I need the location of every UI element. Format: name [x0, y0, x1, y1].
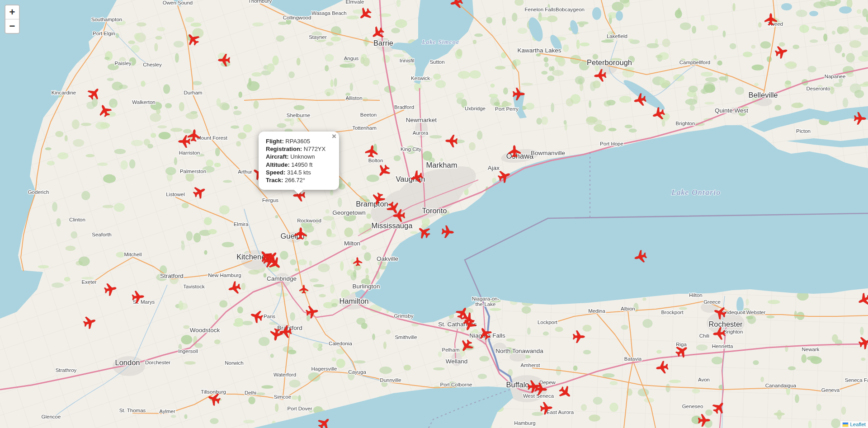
city-label: North Tonawanda — [495, 348, 543, 354]
popup-field-label: Registration: — [266, 146, 302, 152]
city-label: Keswick — [411, 75, 430, 81]
city-label: London — [115, 358, 140, 367]
city-label: Campbellford — [679, 60, 710, 65]
city-label: Uxbridge — [465, 106, 486, 111]
water-label: Lake Ontario — [671, 188, 721, 197]
city-label: Arthur — [238, 169, 252, 174]
city-label: Innisfil — [400, 58, 415, 63]
city-label: Riga — [676, 342, 687, 347]
city-label: Greece — [703, 299, 721, 305]
city-label: Elmira — [234, 221, 249, 227]
city-label: Lockport — [538, 320, 558, 325]
city-label: Angus — [344, 56, 359, 61]
city-label: Bobcaygeon — [556, 7, 585, 12]
popup-field-label: Speed: — [266, 169, 285, 176]
city-label: Listowel — [166, 192, 185, 197]
city-label: Ingersoll — [178, 348, 198, 354]
city-label: East Aurora — [547, 409, 574, 415]
city-label: Owen Sound — [163, 0, 193, 5]
popup-field-value: 314.5 kts — [285, 169, 311, 176]
city-label: Strathroy — [56, 367, 77, 373]
city-label: Medina — [588, 308, 605, 314]
city-label: Buffalo — [506, 381, 529, 389]
city-label: Albion — [621, 306, 635, 311]
city-label: Bradford — [394, 104, 414, 110]
city-label: Aurora — [413, 130, 429, 136]
city-label: Aylmer — [159, 409, 175, 414]
city-label: Niagara-on-the-Lake — [472, 296, 500, 307]
popup-field-value: 14950 ft — [290, 161, 313, 168]
popup-field-label: Flight: — [266, 138, 284, 145]
city-label: Mitchell — [124, 252, 142, 257]
city-label: Dunnville — [380, 377, 401, 383]
city-label: Georgetown — [332, 209, 366, 216]
city-label: Belleville — [748, 91, 778, 99]
city-label: Port Hope — [600, 141, 623, 146]
water-label: Lake Simcoe — [422, 38, 460, 45]
leaflet-attribution-link[interactable]: Leaflet — [850, 422, 866, 427]
city-label: Webster — [746, 310, 766, 315]
city-label: Henrietta — [712, 343, 733, 349]
city-label: Brighton — [724, 329, 743, 334]
city-label: Quinte West — [715, 107, 748, 114]
city-label: Fenelon Falls — [524, 7, 556, 12]
city-label: Toronto — [422, 207, 447, 215]
city-label: Norwich — [225, 360, 244, 366]
city-label: Palmerston — [180, 169, 206, 174]
city-label: Barrie — [373, 39, 393, 47]
map-canvas[interactable]: BarrieTorontoVaughanMarkhamBramptonMissi… — [0, 0, 868, 428]
city-label: Rochester — [708, 320, 743, 328]
city-label: Markham — [426, 161, 458, 169]
city-label: Glencoe — [42, 414, 61, 419]
city-label: Harriston — [179, 150, 200, 155]
city-label: Waterford — [274, 372, 296, 377]
city-label: King City — [401, 146, 421, 152]
city-label: Port Colborne — [440, 382, 472, 387]
city-label: Exeter — [81, 279, 96, 285]
city-label: Collingwood — [283, 15, 311, 20]
popup-field: Registration: N772YX — [266, 145, 330, 153]
city-label: Geneva — [821, 387, 840, 393]
city-label: Peterborough — [587, 58, 632, 66]
city-label: Seaforth — [92, 232, 111, 237]
popup-field: Speed: 314.5 kts — [266, 169, 330, 176]
city-label: Ajax — [488, 165, 500, 171]
city-label: Seneca Falls — [845, 377, 868, 383]
city-label: Newark — [802, 347, 820, 352]
city-label: Stratford — [160, 273, 184, 279]
city-label: Dorchester — [145, 360, 170, 365]
city-label: Brighton — [676, 121, 695, 126]
city-label: Tavistock — [183, 284, 205, 289]
popup-field-value: Unknown — [289, 153, 315, 160]
city-label: Welland — [446, 358, 468, 365]
city-label: Port Dover — [288, 406, 312, 411]
city-label: Kawartha Lakes — [518, 47, 561, 54]
city-label: Chesley — [143, 62, 162, 67]
city-label: Amherst — [521, 362, 541, 368]
city-label: Chili — [699, 333, 709, 339]
popup-field-value: N772YX — [302, 146, 326, 152]
close-icon[interactable]: × — [332, 132, 336, 140]
city-label: St. Thomas — [119, 408, 146, 413]
city-label: Woodstock — [190, 327, 220, 334]
city-label: Southampton — [91, 17, 122, 22]
city-label: Cambridge — [267, 275, 297, 282]
attribution-bar: Leaflet — [840, 421, 868, 428]
city-label: Hilton — [689, 292, 702, 298]
zoom-out-button[interactable]: − — [5, 19, 19, 33]
city-label: Hamburg — [514, 420, 535, 426]
popup-field-label: Altitude: — [266, 161, 290, 168]
city-label: Wasaga Beach — [311, 10, 347, 16]
city-label: Paris — [264, 314, 275, 319]
city-label: Lakefield — [607, 33, 627, 39]
zoom-in-button[interactable]: + — [5, 5, 19, 19]
city-label: Shelburne — [287, 113, 310, 118]
city-label: Simcoe — [274, 394, 291, 400]
city-label: Newmarket — [406, 117, 437, 123]
city-label: Milton — [344, 240, 360, 247]
city-label: Pelham — [442, 347, 460, 353]
city-label: Mississauga — [372, 221, 413, 230]
city-label: Geneseo — [682, 404, 703, 409]
flight-info-popup: × Flight: RPA3605Registration: N772YXAir… — [259, 132, 339, 190]
city-label: Depew — [539, 380, 556, 385]
